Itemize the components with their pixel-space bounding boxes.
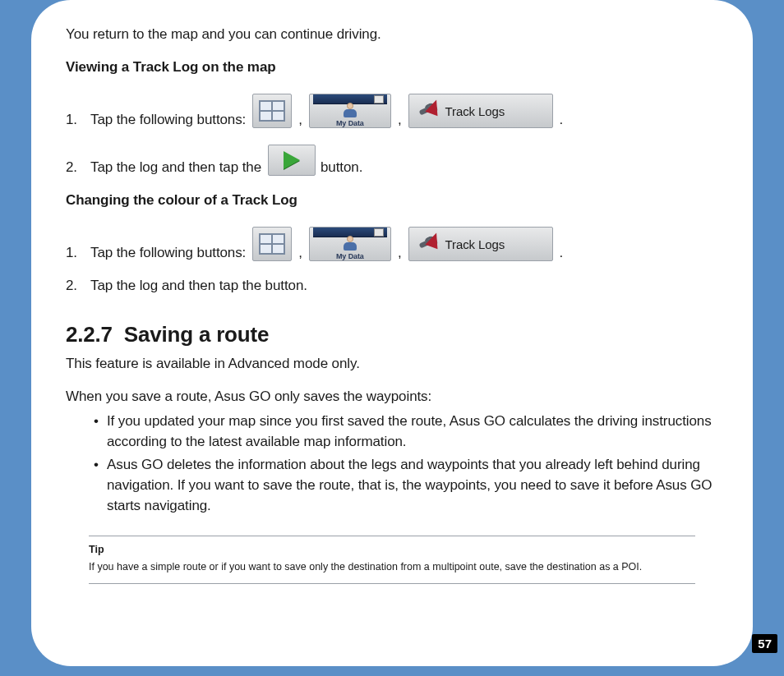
menu-button[interactable] (252, 227, 292, 261)
section-paragraph-1: This feature is available in Advanced mo… (66, 356, 718, 372)
separator: , (297, 112, 304, 128)
bullet-list: If you updated your map since you first … (66, 412, 718, 516)
disk-icon (374, 95, 384, 103)
section-number: 2.2.7 (66, 322, 113, 347)
separator: , (297, 245, 304, 261)
section-paragraph-2: When you save a route, Asus GO only save… (66, 389, 718, 405)
menu-grid-icon (259, 233, 285, 255)
my-data-body: My Data (313, 104, 387, 127)
track-logs-icon (417, 99, 440, 122)
sectionB-step-1: 1. Tap the following buttons: , My Data … (66, 227, 718, 261)
my-data-button[interactable]: My Data (309, 227, 391, 261)
track-logs-button[interactable]: Track Logs (408, 227, 553, 261)
my-data-label: My Data (336, 252, 364, 260)
tip-label: Tip (89, 541, 695, 559)
step-number: 1. (66, 245, 85, 261)
tip-text: If you have a simple route or if you wan… (89, 559, 695, 576)
tip-box: Tip If you have a simple route or if you… (89, 536, 695, 584)
step-number: 2. (66, 159, 85, 176)
play-button[interactable] (268, 145, 316, 176)
intro-text: You return to the map and you can contin… (66, 26, 718, 43)
step-text: Tap the following buttons: (90, 245, 246, 261)
subheading-changing-colour: Changing the colour of a Track Log (66, 192, 718, 209)
step-number: 2. (66, 278, 85, 294)
list-item: Asus GO deletes the information about th… (94, 455, 718, 516)
disk-icon (374, 228, 384, 237)
section-heading-2-2-7: 2.2.7Saving a route (66, 322, 718, 347)
section-title-text: Saving a route (124, 322, 269, 347)
manual-page: You return to the map and you can contin… (31, 0, 753, 666)
page-number: 57 (752, 634, 777, 653)
separator: , (396, 245, 404, 261)
track-logs-icon (417, 232, 440, 255)
my-data-label: My Data (336, 119, 364, 127)
sectionB-step-2: 2. Tap the log and then tap the button. (66, 278, 718, 294)
menu-button[interactable] (252, 94, 292, 128)
sectionA-step-2: 2. Tap the log and then tap the button. (66, 145, 718, 176)
my-data-button[interactable]: My Data (309, 94, 391, 128)
play-icon (284, 151, 300, 169)
menu-grid-icon (259, 100, 285, 122)
subheading-viewing-tracklog: Viewing a Track Log on the map (66, 59, 718, 76)
period: . (558, 245, 564, 261)
step-number: 1. (66, 112, 85, 128)
separator: , (396, 112, 404, 128)
step-text: Tap the log and then tap the (90, 159, 261, 176)
track-logs-button[interactable]: Track Logs (408, 94, 553, 128)
list-item: If you updated your map since you first … (94, 412, 718, 452)
person-icon (344, 239, 357, 251)
person-icon (344, 106, 357, 117)
my-data-body: My Data (313, 237, 387, 260)
step-text: Tap the log and then tap the button. (90, 278, 307, 294)
step-text: button. (321, 159, 362, 176)
track-logs-label: Track Logs (445, 237, 505, 251)
track-logs-label: Track Logs (445, 104, 505, 118)
step-text: Tap the following buttons: (90, 112, 246, 128)
period: . (558, 112, 564, 128)
sectionA-step-1: 1. Tap the following buttons: , My Data … (66, 94, 718, 128)
